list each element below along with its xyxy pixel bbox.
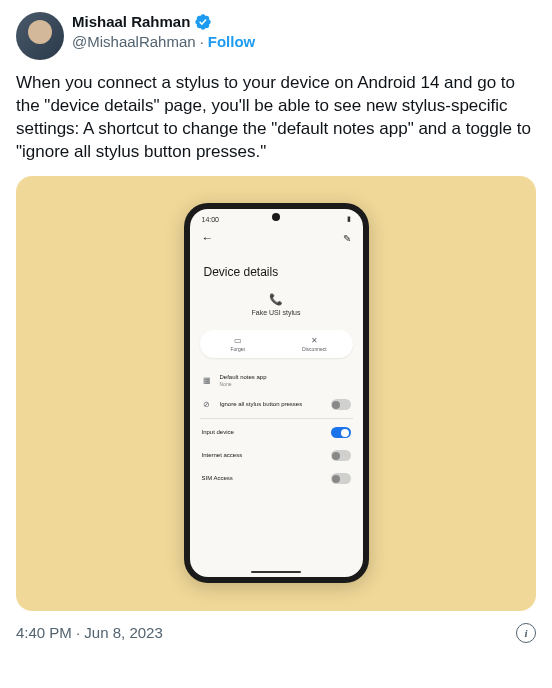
default-notes-label: Default notes app	[220, 374, 351, 381]
sim-access-label: SIM Access	[202, 475, 323, 482]
info-icon[interactable]: i	[516, 623, 536, 643]
nav-bar[interactable]	[251, 571, 301, 573]
setting-internet-access[interactable]: Internet access	[200, 444, 353, 467]
internet-access-label: Internet access	[202, 452, 323, 459]
forget-label: Forget	[204, 346, 273, 352]
divider	[200, 418, 353, 419]
device-name: Fake USI stylus	[190, 309, 363, 316]
setting-ignore-buttons[interactable]: ⊘ Ignore all stylus button presses	[200, 393, 353, 416]
status-icons: ▮	[347, 215, 351, 223]
ignore-buttons-label: Ignore all stylus button presses	[220, 401, 323, 408]
settings-list: ▦ Default notes app None ⊘ Ignore all st…	[190, 364, 363, 494]
device-section: 📞 Fake USI stylus	[190, 289, 363, 324]
separator-dot: ·	[200, 32, 204, 52]
name-row: Mishaal Rahman	[72, 12, 255, 32]
display-name[interactable]: Mishaal Rahman	[72, 12, 190, 32]
internet-access-toggle[interactable]	[331, 450, 351, 461]
setting-input-device[interactable]: Input device	[200, 421, 353, 444]
user-info: Mishaal Rahman @MishaalRahman · Follow	[72, 12, 255, 51]
default-notes-sublabel: None	[220, 381, 351, 387]
input-device-toggle[interactable]	[331, 427, 351, 438]
status-time: 14:00	[202, 216, 220, 223]
back-arrow-icon[interactable]: ←	[202, 231, 214, 245]
phone-screen: 14:00 ▮ ← ✎ Device details 📞 Fake USI st…	[190, 209, 363, 577]
forget-icon: ▭	[204, 336, 273, 345]
disconnect-button[interactable]: ✕ Disconnect	[276, 330, 353, 358]
notes-icon: ▦	[202, 376, 212, 385]
tweet-container: Mishaal Rahman @MishaalRahman · Follow W…	[0, 0, 552, 655]
action-buttons: ▭ Forget ✕ Disconnect	[200, 330, 353, 358]
forget-button[interactable]: ▭ Forget	[200, 330, 277, 358]
handle-row: @MishaalRahman · Follow	[72, 32, 255, 52]
block-icon: ⊘	[202, 400, 212, 409]
timestamp[interactable]: 4:40 PM · Jun 8, 2023	[16, 624, 163, 641]
disconnect-label: Disconnect	[280, 346, 349, 352]
setting-default-notes[interactable]: ▦ Default notes app None	[200, 368, 353, 393]
ignore-buttons-toggle[interactable]	[331, 399, 351, 410]
phone-mockup: 14:00 ▮ ← ✎ Device details 📞 Fake USI st…	[184, 203, 369, 583]
setting-sim-access[interactable]: SIM Access	[200, 467, 353, 490]
tweet-header: Mishaal Rahman @MishaalRahman · Follow	[16, 12, 536, 60]
avatar[interactable]	[16, 12, 64, 60]
edit-pencil-icon[interactable]: ✎	[343, 233, 351, 244]
sim-access-toggle[interactable]	[331, 473, 351, 484]
input-device-label: Input device	[202, 429, 323, 436]
stylus-device-icon: 📞	[269, 293, 283, 307]
disconnect-icon: ✕	[280, 336, 349, 345]
page-title: Device details	[190, 251, 363, 289]
media-container[interactable]: 14:00 ▮ ← ✎ Device details 📞 Fake USI st…	[16, 176, 536, 611]
verified-badge-icon	[194, 13, 212, 31]
tweet-text: When you connect a stylus to your device…	[16, 72, 536, 164]
phone-topbar: ← ✎	[190, 225, 363, 251]
phone-camera-notch	[272, 213, 280, 221]
tweet-footer: 4:40 PM · Jun 8, 2023 i	[16, 623, 536, 643]
follow-link[interactable]: Follow	[208, 32, 256, 52]
handle[interactable]: @MishaalRahman	[72, 32, 196, 52]
